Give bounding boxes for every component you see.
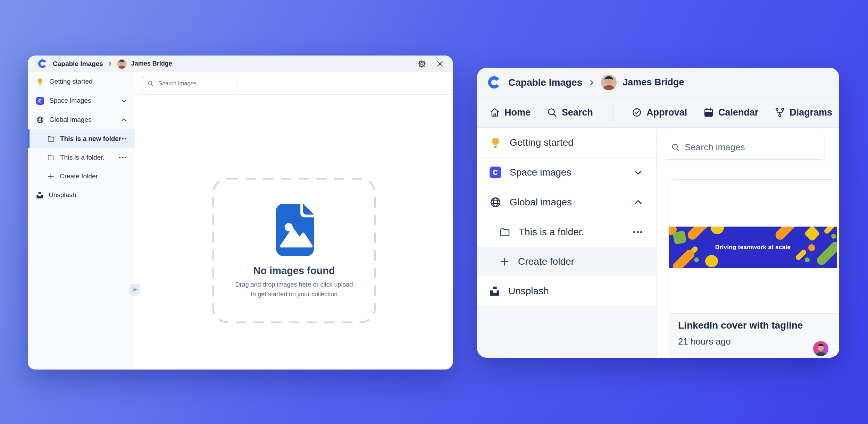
home-icon bbox=[490, 107, 500, 118]
unsplash-icon bbox=[490, 286, 500, 296]
folder-label: This is a folder. bbox=[60, 154, 113, 161]
breadcrumb-app[interactable]: Capable Images bbox=[508, 77, 582, 88]
desktop-background: { "colors": { "background_gradient_start… bbox=[0, 0, 868, 424]
close-icon[interactable] bbox=[436, 60, 444, 68]
capable-logo-icon bbox=[37, 58, 48, 69]
uploader-avatar bbox=[813, 341, 828, 356]
settings-icon[interactable] bbox=[417, 59, 426, 68]
dashed-border bbox=[212, 178, 376, 323]
breadcrumb-user[interactable]: James Bridge bbox=[131, 60, 172, 67]
sidebar-folder-new[interactable]: This is a new folder bbox=[28, 129, 135, 148]
folder-icon bbox=[499, 227, 510, 238]
titlebar: Capable Images James Bridge bbox=[477, 68, 839, 97]
nav-divider bbox=[612, 104, 612, 121]
titlebar: Capable Images James Bridge bbox=[28, 56, 453, 72]
sidebar-item-label: Global images bbox=[49, 116, 115, 124]
check-circle-icon bbox=[632, 107, 642, 118]
banner-tagline: Driving teamwork at scale bbox=[669, 227, 837, 268]
search-input-wrapper[interactable] bbox=[663, 135, 825, 160]
folder-label: This is a new folder bbox=[60, 135, 113, 143]
chevron-up-icon bbox=[633, 197, 643, 207]
search-icon bbox=[547, 107, 557, 118]
sidebar-item-label: Global images bbox=[510, 197, 625, 208]
search-bar-strip bbox=[657, 128, 839, 167]
image-gallery-area: Driving teamwork at scale LinkedIn cover… bbox=[657, 167, 839, 358]
diagram-fork-icon bbox=[775, 107, 785, 118]
search-input[interactable] bbox=[158, 80, 231, 87]
sidebar-item-label: Getting started bbox=[49, 78, 127, 85]
nav-approval[interactable]: Approval bbox=[632, 107, 687, 118]
chevron-down-icon bbox=[120, 97, 127, 104]
search-input[interactable] bbox=[684, 142, 817, 153]
create-folder-label: Create folder bbox=[60, 172, 127, 180]
search-icon bbox=[147, 80, 154, 87]
search-input-wrapper[interactable] bbox=[142, 76, 236, 91]
main-panel: No images found Drag and drop images her… bbox=[135, 72, 453, 370]
breadcrumb-app[interactable]: Capable Images bbox=[53, 60, 103, 68]
unsplash-icon bbox=[36, 192, 43, 199]
kebab-menu-icon[interactable] bbox=[118, 137, 127, 141]
sidebar-item-getting-started[interactable]: Getting started bbox=[28, 72, 135, 91]
image-preview: Driving teamwork at scale bbox=[669, 180, 837, 313]
unsplash-label: Unsplash bbox=[49, 191, 127, 199]
nav-home[interactable]: Home bbox=[490, 107, 531, 118]
capable-images-window-large: Capable Images James Bridge Home Search bbox=[477, 68, 839, 358]
sidebar-item-label: Space images bbox=[510, 167, 625, 178]
sidebar-item-label: Getting started bbox=[510, 137, 643, 148]
plus-icon bbox=[47, 173, 55, 180]
sidebar-item-label: Space images bbox=[49, 97, 115, 104]
image-card[interactable]: Driving teamwork at scale LinkedIn cover… bbox=[669, 179, 837, 357]
folder-icon bbox=[47, 154, 55, 161]
calendar-icon bbox=[703, 107, 714, 118]
breadcrumb-chevron-icon bbox=[108, 61, 112, 66]
sidebar-folder-plain[interactable]: This is a folder. bbox=[28, 148, 135, 167]
globe-icon bbox=[490, 196, 501, 208]
sidebar-empty-area bbox=[477, 306, 656, 358]
folder-label: This is a folder. bbox=[519, 227, 624, 238]
sidebar-item-unsplash[interactable]: Unsplash bbox=[28, 186, 135, 204]
image-timestamp: 21 hours ago bbox=[678, 336, 828, 347]
chevron-up-icon bbox=[120, 117, 127, 123]
lightbulb-icon bbox=[36, 78, 44, 86]
kebab-menu-icon[interactable] bbox=[633, 230, 643, 235]
upload-dropzone[interactable]: No images found Drag and drop images her… bbox=[212, 178, 376, 323]
image-title: LinkedIn cover with tagline bbox=[678, 320, 828, 331]
sidebar-item-space-images[interactable]: Space images bbox=[28, 91, 135, 110]
folder-icon bbox=[47, 135, 55, 143]
space-logo-icon bbox=[36, 97, 44, 105]
top-navigation: Home Search Approval Calendar bbox=[477, 97, 839, 128]
sidebar-create-folder[interactable]: Create folder bbox=[28, 167, 135, 186]
image-content-area: No images found Drag and drop images her… bbox=[135, 95, 453, 370]
create-folder-label: Create folder bbox=[518, 256, 643, 267]
sidebar-item-getting-started[interactable]: Getting started bbox=[477, 128, 656, 157]
sidebar-create-folder[interactable]: Create folder bbox=[477, 247, 656, 276]
breadcrumb-user[interactable]: James Bridge bbox=[623, 77, 684, 88]
lightbulb-icon bbox=[490, 137, 501, 149]
capable-images-window-small: Capable Images James Bridge Getting star… bbox=[28, 56, 453, 370]
user-avatar bbox=[601, 75, 617, 90]
unsplash-label: Unsplash bbox=[508, 286, 643, 297]
linkedin-cover-banner: Driving teamwork at scale bbox=[669, 227, 837, 268]
nav-diagrams[interactable]: Diagrams bbox=[775, 107, 832, 118]
sidebar-item-global-images[interactable]: Global images bbox=[477, 187, 656, 217]
search-bar-strip bbox=[135, 72, 453, 95]
sidebar-item-global-images[interactable]: Global images bbox=[28, 110, 135, 129]
globe-icon bbox=[36, 116, 44, 124]
collapse-sidebar-button[interactable] bbox=[129, 284, 140, 296]
sidebar-item-unsplash[interactable]: Unsplash bbox=[477, 276, 656, 306]
capable-logo-icon bbox=[486, 74, 502, 91]
plus-icon bbox=[499, 256, 510, 267]
sidebar-item-space-images[interactable]: Space images bbox=[477, 158, 656, 187]
image-card-footer: LinkedIn cover with tagline 21 hours ago bbox=[669, 313, 837, 357]
breadcrumb-chevron-icon bbox=[588, 79, 595, 86]
search-icon bbox=[671, 143, 680, 152]
chevron-down-icon bbox=[633, 168, 643, 177]
user-avatar bbox=[117, 59, 127, 69]
nav-search[interactable]: Search bbox=[547, 107, 593, 118]
main-panel: Driving teamwork at scale LinkedIn cover… bbox=[657, 128, 839, 358]
kebab-menu-icon[interactable] bbox=[118, 155, 127, 160]
space-logo-icon bbox=[490, 167, 501, 178]
nav-calendar[interactable]: Calendar bbox=[703, 107, 759, 118]
sidebar-folder-plain[interactable]: This is a folder. bbox=[477, 217, 656, 247]
sidebar: Getting started Space images Global imag… bbox=[28, 72, 135, 370]
